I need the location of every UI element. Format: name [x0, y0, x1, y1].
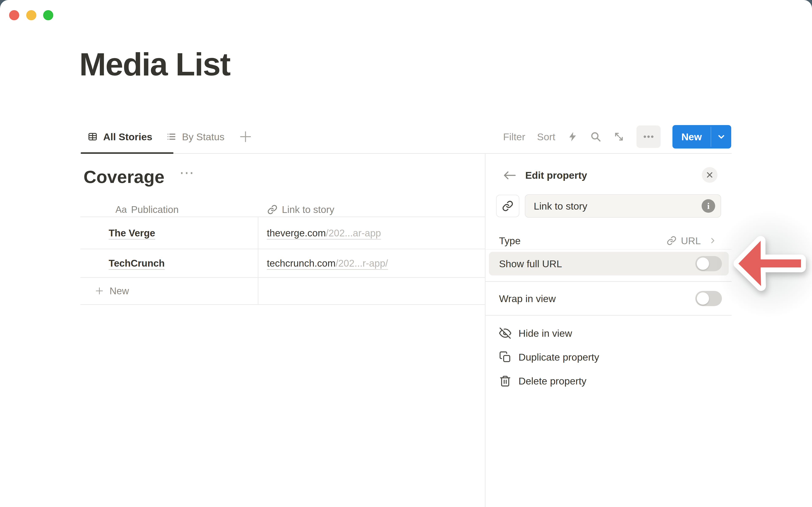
- window-minimize-button[interactable]: [26, 10, 36, 20]
- panel-title: Edit property: [525, 169, 587, 181]
- window-zoom-button[interactable]: [43, 10, 53, 20]
- type-row[interactable]: Type: [499, 232, 521, 249]
- arrow-left-sticker-icon: [729, 228, 812, 299]
- back-button[interactable]: [502, 169, 516, 182]
- info-icon[interactable]: i: [702, 199, 715, 213]
- new-button[interactable]: New: [672, 125, 731, 149]
- property-name-input[interactable]: Link to story i: [525, 194, 721, 218]
- table-view-icon: [88, 131, 98, 142]
- table-row-cell-publication[interactable]: The Verge: [109, 217, 155, 249]
- tab-by-status-label: By Status: [182, 131, 224, 143]
- view-tab-bar: All Stories By Status: [80, 121, 732, 154]
- menu-item-delete-property[interactable]: Delete property: [489, 369, 729, 393]
- menu-item-duplicate-property[interactable]: Duplicate property: [489, 345, 729, 369]
- url-value[interactable]: techcrunch.com/202...r-app/: [267, 258, 388, 269]
- sort-button[interactable]: Sort: [537, 131, 555, 143]
- type-value-group[interactable]: URL: [666, 232, 716, 249]
- column-header-publication[interactable]: Aa Publication: [115, 203, 179, 217]
- table-row-cell-url[interactable]: techcrunch.com/202...r-app/: [267, 249, 388, 277]
- panel-close-button[interactable]: [702, 167, 717, 183]
- add-view-button[interactable]: [239, 130, 252, 144]
- link-icon: [502, 200, 514, 212]
- menu-item-label: Hide in view: [518, 327, 572, 339]
- arrow-left-icon: [502, 169, 516, 182]
- url-value[interactable]: theverge.com/202...ar-app: [267, 227, 381, 239]
- table-new-row-button[interactable]: New: [95, 278, 129, 304]
- toggle-knob: [697, 292, 709, 304]
- column-header-link[interactable]: Link to story: [267, 203, 334, 217]
- menu-item-label: Delete property: [518, 375, 587, 387]
- row-border: [80, 304, 485, 305]
- show-full-url-row[interactable]: Show full URL: [489, 252, 729, 276]
- column-divider[interactable]: [258, 217, 258, 304]
- type-value: URL: [681, 235, 701, 246]
- more-horizontal-icon: [642, 130, 655, 143]
- column-header-publication-label: Publication: [131, 204, 179, 215]
- window-close-button[interactable]: [9, 10, 19, 20]
- app-window: Media List All Stories: [0, 0, 812, 507]
- red-arrow-pointer: [729, 228, 812, 299]
- page-title: Media List: [79, 48, 230, 80]
- row-title-link[interactable]: TechCrunch: [109, 258, 165, 269]
- panel-section-divider: [485, 315, 732, 316]
- table-title: Coverage: [84, 168, 164, 186]
- expand-diagonal-icon[interactable]: [613, 131, 625, 143]
- row-title-link[interactable]: The Verge: [109, 227, 155, 239]
- plus-icon: [239, 130, 252, 144]
- row-border: [80, 277, 485, 278]
- menu-item-label: Duplicate property: [518, 351, 599, 363]
- panel-divider: [485, 153, 486, 507]
- tab-all-stories[interactable]: All Stories: [88, 131, 152, 143]
- automation-lightning-icon[interactable]: [567, 131, 578, 142]
- panel-section-divider: [485, 249, 732, 249]
- table-row-cell-url[interactable]: theverge.com/202...ar-app: [267, 217, 381, 249]
- text-property-icon: Aa: [115, 204, 127, 215]
- tab-all-stories-label: All Stories: [103, 131, 152, 143]
- tab-by-status[interactable]: By Status: [166, 131, 224, 143]
- new-dropdown-button[interactable]: [711, 132, 731, 141]
- wrap-in-view-row[interactable]: Wrap in view: [489, 287, 729, 310]
- property-name-value: Link to story: [534, 200, 587, 212]
- new-button-label: New: [672, 131, 711, 143]
- trash-icon: [499, 375, 511, 387]
- view-options-button[interactable]: [637, 125, 661, 148]
- close-icon: [706, 171, 713, 179]
- column-header-link-label: Link to story: [282, 204, 334, 215]
- link-property-icon: [267, 204, 277, 215]
- eye-off-icon: [499, 327, 511, 339]
- chevron-down-icon: [717, 132, 726, 141]
- new-row-label: New: [109, 285, 129, 297]
- list-view-icon: [166, 131, 176, 142]
- table-row-cell-publication[interactable]: TechCrunch: [109, 249, 165, 277]
- menu-item-hide-in-view[interactable]: Hide in view: [489, 321, 729, 345]
- toggle-knob: [697, 258, 709, 270]
- filter-button[interactable]: Filter: [503, 131, 525, 143]
- wrap-in-view-label: Wrap in view: [499, 293, 556, 304]
- show-full-url-label: Show full URL: [499, 258, 562, 270]
- chevron-right-icon: [709, 237, 716, 244]
- plus-icon: [95, 286, 104, 295]
- link-icon: [666, 235, 677, 246]
- type-label: Type: [499, 235, 521, 246]
- panel-section-divider: [485, 281, 732, 282]
- table-more-button[interactable]: ⋯: [179, 165, 195, 180]
- duplicate-icon: [499, 351, 511, 363]
- screenshot-stage: Media List All Stories: [0, 0, 812, 507]
- search-icon[interactable]: [590, 131, 601, 143]
- active-tab-underline: [81, 152, 173, 154]
- property-type-icon-button[interactable]: [496, 195, 519, 217]
